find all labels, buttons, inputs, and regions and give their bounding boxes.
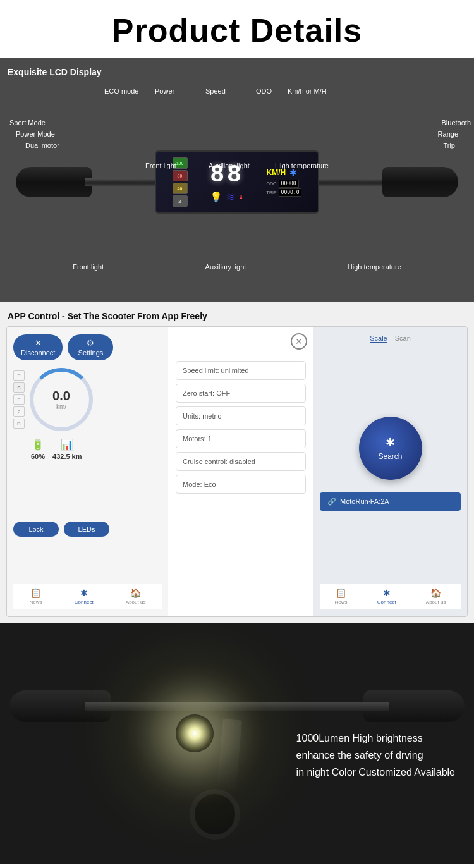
app-right-nav: 📋 News ✱ Connect 🏠 About us	[320, 584, 461, 609]
leds-button[interactable]: LEDs	[64, 522, 109, 537]
app-top-buttons: ✕ Disconnect ⚙ Settings	[13, 334, 162, 360]
distance-label: 432.5 km	[52, 453, 82, 460]
device-item[interactable]: 🔗 MotoRun·FA:2A	[320, 492, 461, 511]
wheel-hint	[190, 789, 240, 840]
news-icon-right: 📋	[336, 588, 346, 598]
settings-icon: ⚙	[87, 338, 94, 348]
app-bottom-buttons: Lock LEDs	[13, 517, 162, 537]
setting-cruise[interactable]: Cruise control: disabled	[176, 452, 306, 471]
tab-scale[interactable]: Scale	[370, 334, 387, 343]
nav-about-left[interactable]: 🏠 About us	[126, 588, 146, 605]
lcd-right: KM/H ✱ ODO 00000 TRIP 0000.0	[267, 168, 302, 197]
setting-speed-limit[interactable]: Speed limit: unlimited	[176, 361, 306, 380]
battery-percent-label: 60%	[31, 453, 45, 460]
lock-button[interactable]: Lock	[13, 522, 59, 537]
speed-section: 88 💡 ≋ 🌡	[210, 161, 245, 203]
handlebar-container: 100 80 40 2 88	[9, 94, 465, 271]
trip-row: TRIP 0000.0	[267, 188, 302, 197]
mode-indicators: 100 80 40 2	[173, 157, 188, 207]
grip-left	[16, 167, 92, 197]
close-button[interactable]: ✕	[291, 333, 307, 350]
connect-icon-right: ✱	[383, 588, 391, 598]
setting-mode[interactable]: Mode: Eco	[176, 475, 306, 494]
handlebar-bar: 100 80 40 2 88	[85, 178, 389, 186]
nav-connect-label-left: Connect	[75, 599, 94, 605]
disconnect-icon: ✕	[35, 338, 42, 348]
setting-motors[interactable]: Motors: 1	[176, 429, 306, 448]
leds-label: LEDs	[78, 525, 95, 533]
kmh-unit-display: KM/H	[267, 168, 286, 177]
headlight-glow	[176, 714, 214, 752]
odo-value: 00000	[279, 180, 299, 188]
device-name: MotoRun·FA:2A	[340, 498, 389, 505]
app-middle-top: ✕	[168, 327, 313, 356]
aux-icon: ≋	[226, 191, 234, 203]
app-left-nav: 📋 News ✱ Connect 🏠 About us	[13, 584, 162, 609]
nav-news-right[interactable]: 📋 News	[335, 588, 348, 605]
speedometer-area: P S E 2 D 0.0 km/	[13, 368, 162, 431]
mode-d: D	[13, 419, 25, 429]
battery-row: 🔋 60% 📊 432.5 km	[13, 439, 162, 460]
battery-icon: 🔋	[32, 439, 44, 451]
app-section-label: APP Control - Set The Scooter From App F…	[6, 309, 468, 326]
nav-connect-left[interactable]: ✱ Connect	[75, 588, 94, 605]
connect-icon-left: ✱	[80, 588, 88, 598]
device-link-icon: 🔗	[327, 498, 336, 506]
settings-button[interactable]: ⚙ Settings	[68, 334, 113, 360]
light-text-line1: 1000Lumen High brightness	[296, 730, 455, 747]
odo-section: ODO 00000 TRIP 0000.0	[267, 180, 302, 197]
settings-list: Speed limit: unlimited Zero start: OFF U…	[168, 356, 313, 499]
light-section: 1000Lumen High brightness enhance the sa…	[0, 623, 474, 864]
lcd-section-label: Exquisite LCD Display	[6, 64, 468, 81]
bluetooth-icon: ✱	[289, 168, 297, 178]
nav-about-label-right: About us	[426, 599, 446, 605]
lcd-section: Exquisite LCD Display ECO mode Power Spe…	[0, 58, 474, 302]
speedometer-circle: 0.0 km/	[30, 368, 93, 431]
nav-connect-right[interactable]: ✱ Connect	[377, 588, 396, 605]
mode-s: S	[13, 382, 25, 393]
disconnect-label: Disconnect	[21, 349, 55, 357]
handle-bar	[85, 702, 389, 711]
app-section: APP Control - Set The Scooter From App F…	[0, 302, 474, 623]
about-icon-right: 🏠	[430, 588, 441, 598]
tab-scan[interactable]: Scan	[395, 334, 411, 343]
temp-icon: 🌡	[238, 193, 245, 200]
battery-percent-item: 🔋 60%	[31, 439, 45, 460]
search-bt-icon: ✱	[386, 436, 395, 449]
headlight-icon: 💡	[210, 191, 222, 203]
grip-right	[382, 167, 458, 197]
news-icon-left: 📋	[30, 588, 41, 598]
light-text-line2: enhance the safety of drving	[296, 747, 455, 764]
light-text-line3: in night Color Customized Available	[296, 764, 455, 781]
settings-label: Settings	[78, 349, 104, 357]
mode-p: P	[13, 370, 25, 381]
nav-about-right[interactable]: 🏠 About us	[426, 588, 446, 605]
search-button[interactable]: ✱ Search	[359, 417, 422, 480]
nav-news-label-left: News	[30, 599, 42, 605]
about-icon-left: 🏠	[130, 588, 141, 598]
mode-power: 40	[173, 183, 188, 194]
search-text: Search	[378, 452, 402, 461]
disconnect-button[interactable]: ✕ Disconnect	[13, 334, 63, 360]
mode-sidebar: P S E 2 D	[13, 370, 25, 429]
app-right-tabs: Scale Scan	[320, 334, 461, 343]
distance-item: 📊 432.5 km	[52, 439, 82, 460]
close-icon: ✕	[295, 336, 303, 346]
app-left-panel: ✕ Disconnect ⚙ Settings P S E 2 D 0.0	[7, 327, 168, 616]
speed-digits: 88	[210, 161, 244, 188]
nav-news-label-right: News	[335, 599, 348, 605]
setting-zero-start[interactable]: Zero start: OFF	[176, 384, 306, 403]
odometer-icon: 📊	[61, 439, 73, 451]
nav-connect-label-right: Connect	[377, 599, 396, 605]
app-middle-panel: ✕ Speed limit: unlimited Zero start: OFF…	[168, 327, 313, 616]
setting-units[interactable]: Units: metric	[176, 406, 306, 425]
odo-label-display: ODO	[267, 181, 277, 186]
mode-2: 2	[13, 406, 25, 417]
scooter-light-visual: 1000Lumen High brightness enhance the sa…	[0, 623, 474, 864]
nav-news-left[interactable]: 📋 News	[30, 588, 42, 605]
app-screenshot: ✕ Disconnect ⚙ Settings P S E 2 D 0.0	[6, 326, 468, 617]
mode-dual: 2	[173, 195, 188, 207]
mode-eco: 100	[173, 157, 188, 169]
odo-row: ODO 00000	[267, 180, 302, 188]
mode-sport: 80	[173, 170, 188, 181]
